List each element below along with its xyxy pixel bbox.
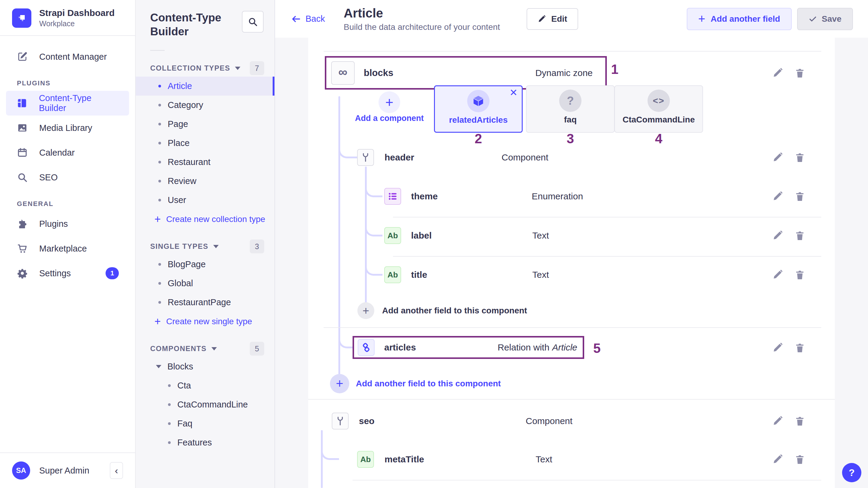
back-label: Back (306, 14, 325, 24)
field-name: header (384, 152, 414, 162)
infinity-glyph: ∞ (338, 66, 347, 79)
list-item-cta[interactable]: Cta (136, 376, 275, 395)
field-type: Text (536, 454, 552, 464)
component-name: CtaCommandLine (622, 115, 695, 125)
field-type-prefix: Relation with (498, 342, 550, 352)
components-group-blocks[interactable]: Blocks (136, 357, 275, 376)
delete-field-button[interactable] (795, 269, 805, 280)
section-label: COMPONENTS (150, 344, 207, 353)
field-name: metaTitle (384, 454, 424, 464)
sidebar-item-settings[interactable]: Settings 1 (6, 261, 129, 286)
back-button[interactable]: Back (291, 14, 325, 24)
component-name: faq (564, 115, 577, 125)
components-header[interactable]: COMPONENTS 5 (136, 340, 275, 357)
sidebar-item-seo[interactable]: SEO (6, 165, 129, 190)
create-single-type-link[interactable]: + Create new single type (136, 312, 275, 331)
edit-field-button[interactable] (772, 230, 783, 241)
bullet-icon (158, 301, 161, 304)
cube-icon (467, 90, 490, 112)
sidebar-item-plugins[interactable]: Plugins (6, 211, 129, 236)
component-card-relatedarticles[interactable]: ✕ relatedArticles (434, 85, 523, 133)
divider (393, 256, 821, 257)
delete-field-button[interactable] (795, 416, 805, 426)
delete-field-button[interactable] (795, 342, 805, 353)
component-card-ctacommandline[interactable]: <> CtaCommandLine (614, 85, 703, 133)
sidebar-item-marketplace[interactable]: Marketplace (6, 236, 129, 261)
edit-field-button[interactable] (772, 454, 783, 465)
sidebar-item-content-manager[interactable]: Content Manager (6, 44, 129, 69)
save-button[interactable]: Save (797, 8, 853, 30)
single-types-header[interactable]: SINGLE TYPES 3 (136, 238, 275, 255)
list-item-global[interactable]: Global (136, 274, 275, 293)
plus-icon: + (330, 374, 349, 393)
sidebar-item-content-type-builder[interactable]: Content-Type Builder (6, 91, 129, 116)
add-another-field-button[interactable]: + Add another field (687, 8, 792, 30)
list-item-place[interactable]: Place (136, 133, 275, 153)
delete-field-button[interactable] (795, 230, 805, 241)
workspace-subtitle: Workplace (39, 19, 115, 28)
list-item-restaurantpage[interactable]: RestaurantPage (136, 293, 275, 312)
field-row-blocks[interactable]: ∞ blocks Dynamic zone (325, 56, 607, 90)
page-title: Article (343, 6, 500, 21)
question-glyph: ? (567, 94, 574, 108)
add-component-button[interactable]: + (378, 91, 400, 113)
layout-icon (16, 97, 28, 109)
close-icon[interactable]: ✕ (509, 87, 518, 98)
collapse-sidebar-button[interactable]: ‹ (110, 462, 123, 479)
sidebar-item-media-library[interactable]: Media Library (6, 116, 129, 140)
list-item-category[interactable]: Category (136, 96, 275, 115)
edit-field-button[interactable] (772, 67, 783, 79)
tree-elbow (321, 435, 339, 460)
component-card-faq[interactable]: ? faq (526, 85, 615, 133)
list-item-blogpage[interactable]: BlogPage (136, 255, 275, 274)
branch-icon (361, 152, 371, 162)
list-item-restaurant[interactable]: Restaurant (136, 153, 275, 172)
caret-down-icon (213, 245, 219, 248)
divider (393, 217, 821, 217)
branch-icon (335, 416, 345, 426)
delete-field-button[interactable] (795, 67, 805, 79)
create-collection-type-link[interactable]: + Create new collection type (136, 210, 275, 229)
search-button[interactable] (242, 11, 264, 33)
component-field-icon (332, 413, 349, 429)
list-item-features[interactable]: Features (136, 433, 275, 452)
group-label: Blocks (167, 362, 193, 372)
help-button[interactable]: ? (842, 463, 861, 482)
bullet-icon (158, 282, 161, 285)
panel-title: Content-Type Builder (150, 11, 235, 39)
sidebar-item-calendar[interactable]: Calendar (6, 140, 129, 165)
add-field-to-component-button-primary[interactable]: + Add another field to this component (330, 374, 501, 393)
divider (323, 327, 821, 328)
edit-field-button[interactable] (772, 269, 783, 280)
fields-card: ∞ blocks Dynamic zone 1 + Add a componen… (308, 38, 835, 488)
list-item-article[interactable]: Article (136, 77, 275, 96)
annotation-5: 5 (593, 341, 600, 356)
list-item-page[interactable]: Page (136, 115, 275, 133)
main-area: Back Article Build the data architecture… (275, 0, 868, 488)
field-row-articles[interactable]: articles Relation withArticle (352, 336, 584, 359)
collection-types-header[interactable]: COLLECTION TYPES 7 (136, 60, 275, 77)
edit-field-button[interactable] (772, 152, 783, 163)
avatar[interactable]: SA (12, 461, 30, 480)
workspace-brand[interactable]: Strapi Dashboard Workplace (0, 0, 135, 35)
sidebar-item-label: Content Manager (39, 52, 107, 62)
add-component-label[interactable]: Add a component (350, 114, 429, 123)
code-glyph: <> (653, 96, 664, 106)
bullet-icon (158, 104, 161, 106)
edit-label: Edit (551, 14, 567, 24)
delete-field-button[interactable] (795, 191, 805, 202)
chevron-left-icon: ‹ (115, 465, 118, 476)
bullet-icon (168, 403, 171, 406)
list-item-ctacommandline[interactable]: CtaCommandLine (136, 395, 275, 414)
add-field-to-component-button[interactable]: + Add another field to this component (358, 302, 527, 319)
list-item-user[interactable]: User (136, 191, 275, 210)
delete-field-button[interactable] (795, 152, 805, 163)
edit-field-button[interactable] (772, 416, 783, 426)
edit-field-button[interactable] (772, 191, 783, 202)
check-icon (809, 15, 817, 23)
edit-button[interactable]: Edit (527, 8, 578, 30)
delete-field-button[interactable] (795, 454, 805, 465)
list-item-review[interactable]: Review (136, 172, 275, 191)
edit-field-button[interactable] (772, 342, 783, 353)
list-item-faq[interactable]: Faq (136, 414, 275, 433)
